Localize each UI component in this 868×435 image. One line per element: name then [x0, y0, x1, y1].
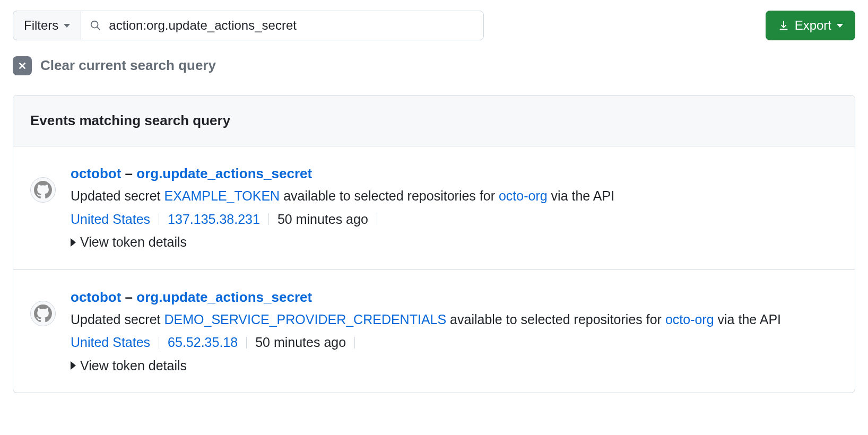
- actor-link[interactable]: octobot: [71, 166, 121, 181]
- search-input[interactable]: [109, 18, 475, 33]
- triangle-right-icon: [71, 361, 76, 370]
- org-link[interactable]: octo-org: [499, 188, 548, 203]
- org-link[interactable]: octo-org: [665, 312, 714, 327]
- title-separator: –: [125, 289, 133, 305]
- caret-down-icon: [64, 24, 70, 28]
- desc-mid: available to selected repositories for: [446, 312, 665, 327]
- close-icon[interactable]: [13, 56, 32, 75]
- avatar[interactable]: [30, 301, 56, 326]
- triangle-right-icon: [71, 238, 76, 247]
- filters-button[interactable]: Filters: [13, 11, 81, 40]
- details-label: View token details: [80, 232, 187, 253]
- export-label: Export: [795, 18, 831, 33]
- toolbar: Filters Export: [13, 11, 855, 40]
- desc-prefix: Updated secret: [71, 188, 164, 203]
- ip-link[interactable]: 65.52.35.18: [168, 333, 238, 353]
- secret-link[interactable]: EXAMPLE_TOKEN: [164, 188, 280, 203]
- action-link[interactable]: org.update_actions_secret: [136, 289, 312, 305]
- view-details-toggle[interactable]: View token details: [71, 356, 838, 376]
- desc-suffix: via the API: [714, 312, 781, 327]
- ip-link[interactable]: 137.135.38.231: [168, 210, 260, 230]
- events-panel: Events matching search query octobot – o…: [13, 95, 855, 393]
- meta-separator: [246, 337, 247, 349]
- time-text: 50 minutes ago: [255, 333, 346, 353]
- desc-mid: available to selected repositories for: [280, 188, 499, 203]
- caret-down-icon: [837, 24, 843, 28]
- meta-separator: [268, 213, 269, 225]
- event-description: Updated secret DEMO_SERVICE_PROVIDER_CRE…: [71, 310, 838, 330]
- svg-line-1: [98, 27, 100, 30]
- meta-separator: [377, 213, 377, 225]
- octocat-icon: [34, 304, 52, 323]
- desc-suffix: via the API: [548, 188, 614, 203]
- clear-search-row[interactable]: Clear current search query: [13, 55, 855, 76]
- title-separator: –: [125, 166, 133, 181]
- meta-separator: [354, 337, 355, 349]
- search-icon: [90, 20, 101, 31]
- details-label: View token details: [80, 356, 187, 376]
- export-button[interactable]: Export: [766, 11, 855, 40]
- event-meta: United States 65.52.35.18 50 minutes ago: [71, 333, 838, 353]
- event-body: octobot – org.update_actions_secret Upda…: [71, 287, 838, 376]
- event-title: octobot – org.update_actions_secret: [71, 163, 838, 184]
- event-row: octobot – org.update_actions_secret Upda…: [13, 270, 855, 393]
- actor-link[interactable]: octobot: [71, 289, 121, 305]
- events-header: Events matching search query: [13, 95, 855, 146]
- meta-separator: [159, 213, 159, 225]
- view-details-toggle[interactable]: View token details: [71, 232, 838, 253]
- meta-separator: [159, 337, 159, 349]
- event-title: octobot – org.update_actions_secret: [71, 287, 838, 308]
- clear-search-label: Clear current search query: [40, 55, 216, 76]
- filters-label: Filters: [24, 18, 58, 33]
- octocat-icon: [34, 181, 52, 199]
- avatar[interactable]: [30, 177, 56, 203]
- spacer: [484, 11, 765, 40]
- location-link[interactable]: United States: [71, 333, 150, 353]
- action-link[interactable]: org.update_actions_secret: [136, 166, 312, 181]
- event-description: Updated secret EXAMPLE_TOKEN available t…: [71, 186, 838, 206]
- event-meta: United States 137.135.38.231 50 minutes …: [71, 210, 838, 230]
- event-row: octobot – org.update_actions_secret Upda…: [13, 146, 855, 270]
- event-body: octobot – org.update_actions_secret Upda…: [71, 163, 838, 253]
- time-text: 50 minutes ago: [277, 210, 368, 230]
- search-field-wrap[interactable]: [81, 11, 484, 40]
- secret-link[interactable]: DEMO_SERVICE_PROVIDER_CREDENTIALS: [164, 312, 447, 327]
- download-icon: [778, 20, 789, 31]
- svg-point-0: [91, 21, 98, 28]
- desc-prefix: Updated secret: [71, 312, 164, 327]
- location-link[interactable]: United States: [71, 210, 150, 230]
